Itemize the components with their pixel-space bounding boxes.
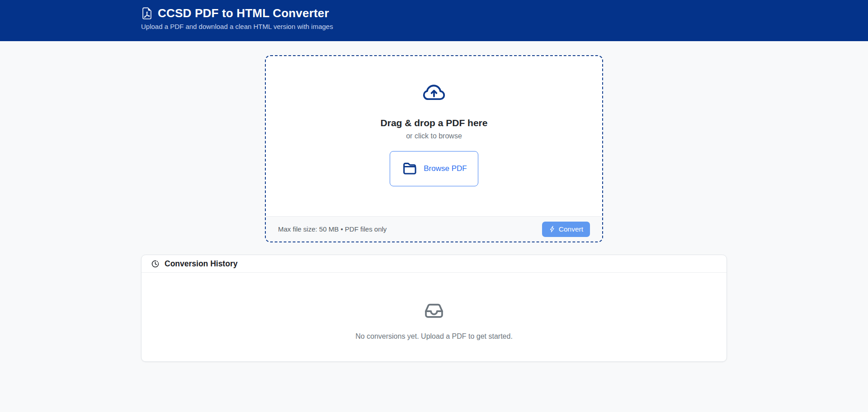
cloud-upload-icon (422, 81, 446, 105)
page-title: CCSD PDF to HTML Converter (158, 6, 329, 20)
upload-footer: Max file size: 50 MB • PDF files only Co… (266, 216, 602, 242)
clock-history-icon (151, 259, 160, 269)
browse-pdf-label: Browse PDF (424, 164, 467, 173)
history-header: Conversion History (142, 255, 726, 273)
convert-button[interactable]: Convert (542, 222, 590, 237)
pdf-dropzone[interactable]: Drag & drop a PDF here or click to brows… (266, 56, 602, 216)
inbox-icon (421, 298, 447, 323)
dropzone-subheading: or click to browse (275, 132, 593, 140)
convert-label: Convert (559, 225, 583, 233)
main-content: Drag & drop a PDF here or click to brows… (0, 55, 868, 362)
app-header: CCSD PDF to HTML Converter Upload a PDF … (0, 0, 868, 41)
conversion-history-card: Conversion History No conversions yet. U… (141, 255, 727, 362)
dropzone-heading: Drag & drop a PDF here (275, 118, 593, 128)
pdf-file-icon (141, 7, 153, 19)
upload-constraints-note: Max file size: 50 MB • PDF files only (278, 225, 387, 233)
page-subtitle: Upload a PDF and download a clean HTML v… (141, 23, 727, 30)
upload-card: Drag & drop a PDF here or click to brows… (265, 55, 603, 242)
history-title: Conversion History (165, 259, 237, 269)
folder-open-icon (401, 160, 419, 178)
lightning-icon (549, 226, 556, 232)
browse-pdf-button[interactable]: Browse PDF (390, 151, 478, 186)
history-empty-state: No conversions yet. Upload a PDF to get … (142, 273, 726, 361)
history-empty-message: No conversions yet. Upload a PDF to get … (142, 332, 726, 341)
